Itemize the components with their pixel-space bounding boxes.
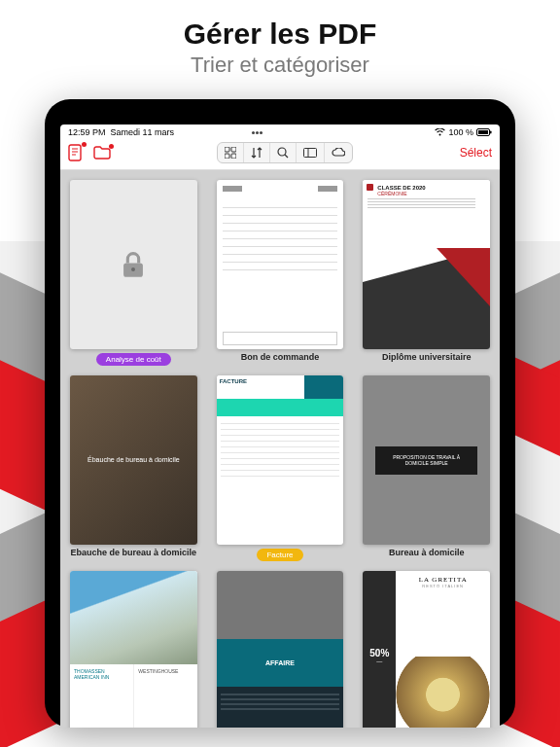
svg-rect-9 bbox=[225, 154, 229, 159]
sort-button[interactable] bbox=[244, 143, 270, 162]
svg-rect-2 bbox=[490, 131, 492, 134]
wifi-icon bbox=[435, 128, 445, 136]
document-item[interactable]: 50%—LA GRETITARESTO ITALIENMagazine des … bbox=[363, 571, 490, 728]
folder-button[interactable] bbox=[93, 146, 111, 160]
svg-rect-10 bbox=[231, 154, 236, 159]
svg-rect-7 bbox=[225, 147, 229, 152]
document-title: Bon de commande bbox=[217, 353, 344, 363]
svg-point-11 bbox=[278, 148, 286, 156]
hero-subtitle: Trier et catégoriser bbox=[0, 53, 560, 78]
search-button[interactable] bbox=[270, 143, 297, 162]
cloud-button[interactable] bbox=[325, 143, 352, 162]
svg-point-16 bbox=[131, 267, 135, 271]
document-item[interactable]: Bon de commande bbox=[217, 180, 344, 366]
toolbar: Sélect bbox=[60, 138, 500, 170]
document-item[interactable]: THOMASSEN AMERICAN INNWESTINGHOUSEImmobi… bbox=[70, 571, 197, 728]
document-item[interactable]: Ébauche de bureau à domicileÉbauche de b… bbox=[70, 375, 197, 561]
svg-rect-8 bbox=[231, 147, 236, 152]
document-title: Diplôme universitaire bbox=[363, 353, 490, 363]
document-title: Ébauche de bureau à domicile bbox=[70, 549, 197, 558]
document-tag: Analyse de coût bbox=[96, 353, 171, 366]
view-controls bbox=[217, 142, 353, 163]
layout-button[interactable] bbox=[297, 143, 325, 162]
document-item[interactable]: PROPOSITION DE TRAVAIL À DOMICILE SIMPLE… bbox=[363, 375, 490, 561]
hero-title: Gérer les PDF bbox=[0, 18, 560, 51]
svg-rect-13 bbox=[304, 149, 317, 158]
document-tag: Facture bbox=[257, 549, 302, 561]
status-bar: 12:59 PM Samedi 11 mars 100 % bbox=[60, 124, 500, 138]
svg-rect-1 bbox=[478, 130, 488, 134]
svg-rect-3 bbox=[69, 145, 81, 160]
document-item[interactable]: CLASSE DE 2020CÉRÉMONIEDiplôme universit… bbox=[363, 180, 490, 366]
grid-view-button[interactable] bbox=[218, 143, 244, 162]
document-item[interactable]: AFFAIRELivre professionnel bbox=[217, 571, 344, 728]
select-button[interactable]: Sélect bbox=[460, 146, 492, 160]
status-time: 12:59 PM bbox=[68, 127, 106, 137]
battery-icon bbox=[476, 128, 492, 136]
status-battery-text: 100 % bbox=[448, 127, 473, 137]
status-date: Samedi 11 mars bbox=[111, 127, 175, 137]
document-item[interactable]: Analyse de coût bbox=[70, 180, 197, 366]
document-item[interactable]: FACTUREFacture bbox=[217, 375, 344, 561]
svg-line-12 bbox=[285, 155, 288, 158]
document-title: Bureau à domicile bbox=[363, 549, 490, 558]
tablet-frame: 12:59 PM Samedi 11 mars 100 % bbox=[45, 99, 515, 728]
recent-docs-button[interactable] bbox=[68, 144, 84, 161]
